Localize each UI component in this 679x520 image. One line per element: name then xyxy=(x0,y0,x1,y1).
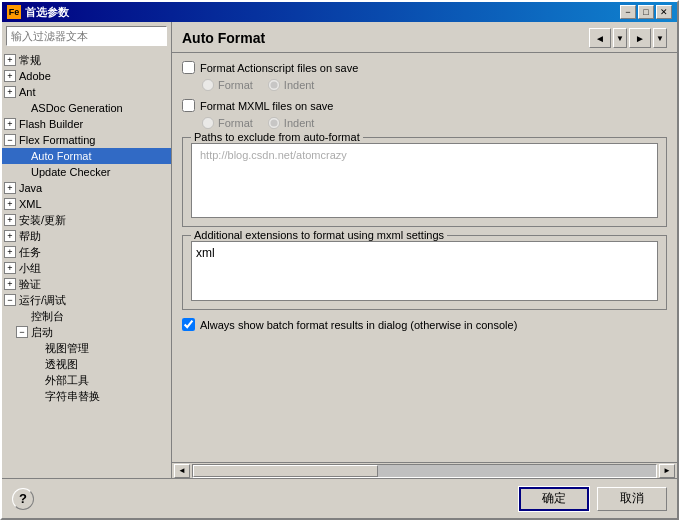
radio-indent-2-label: Indent xyxy=(284,117,315,129)
group-box-paths: Paths to exclude from auto-format http:/… xyxy=(182,137,667,227)
back-button[interactable]: ◄ xyxy=(589,28,611,48)
checkbox-format-as-label: Format Actionscript files on save xyxy=(200,62,358,74)
checkbox-row-3: Always show batch format results in dial… xyxy=(182,318,667,331)
expand-icon: + xyxy=(4,230,16,242)
footer-buttons: 确定 取消 xyxy=(519,487,667,511)
paths-textarea-container: http://blog.csdn.net/atomcrazy xyxy=(191,143,658,218)
footer-left: ? xyxy=(12,488,34,510)
radio-format-1-label: Format xyxy=(218,79,253,91)
tree-item-flashbuilder[interactable]: + Flash Builder xyxy=(2,116,171,132)
radio-indent-1[interactable] xyxy=(268,79,280,91)
radio-indent-1-label: Indent xyxy=(284,79,315,91)
tree-item-team[interactable]: + 小组 xyxy=(2,260,171,276)
checkbox-batch-format-label: Always show batch format results in dial… xyxy=(200,319,517,331)
help-button[interactable]: ? xyxy=(12,488,34,510)
tree-item-perspective[interactable]: 透视图 xyxy=(2,356,171,372)
checkbox-format-as[interactable] xyxy=(182,61,195,74)
tree-item-label: 帮助 xyxy=(19,229,41,244)
tree-item-label: ASDoc Generation xyxy=(31,102,123,114)
nav-buttons: ◄ ▼ ► ▼ xyxy=(589,28,667,48)
tree-item-updatechecker[interactable]: Update Checker xyxy=(2,164,171,180)
tree-item-label: Adobe xyxy=(19,70,51,82)
tree-item-label: 任务 xyxy=(19,245,41,260)
expand-icon: + xyxy=(4,262,16,274)
tree-item-label: XML xyxy=(19,198,42,210)
extensions-textarea-container: xml xyxy=(191,241,658,301)
radio-option-format2: Format xyxy=(202,117,253,129)
h-scroll-thumb[interactable] xyxy=(193,465,378,477)
tree-item-install[interactable]: + 安装/更新 xyxy=(2,212,171,228)
footer: ? 确定 取消 xyxy=(2,478,677,518)
panel-title: Auto Format xyxy=(182,30,265,46)
radio-option-format1: Format xyxy=(202,79,253,91)
expand-icon: + xyxy=(4,278,16,290)
tree-item-label: Ant xyxy=(19,86,36,98)
extensions-content: xml xyxy=(196,246,215,260)
tree-item-java[interactable]: + Java xyxy=(2,180,171,196)
checkbox-format-mxml-label: Format MXML files on save xyxy=(200,100,333,112)
tree-item-rundebug[interactable]: − 运行/调试 xyxy=(2,292,171,308)
tree-item-changui[interactable]: + 常规 xyxy=(2,52,171,68)
main-content: + 常规 + Adobe + Ant ASDoc Generation xyxy=(2,22,677,478)
radio-format-1[interactable] xyxy=(202,79,214,91)
window-title: 首选参数 xyxy=(25,5,69,20)
left-panel: + 常规 + Adobe + Ant ASDoc Generation xyxy=(2,22,172,478)
radio-format-2[interactable] xyxy=(202,117,214,129)
checkbox-format-mxml[interactable] xyxy=(182,99,195,112)
expand-icon: + xyxy=(4,118,16,130)
h-scrollbar: ◄ ► xyxy=(172,462,677,478)
radio-option-indent1: Indent xyxy=(268,79,315,91)
title-bar-left: Fe 首选参数 xyxy=(7,5,69,20)
radio-format-2-label: Format xyxy=(218,117,253,129)
tree-item-launch[interactable]: − 启动 xyxy=(2,324,171,340)
maximize-button[interactable]: □ xyxy=(638,5,654,19)
tree-item-external-tools[interactable]: 外部工具 xyxy=(2,372,171,388)
tree-item-label: 安装/更新 xyxy=(19,213,66,228)
forward-dropdown[interactable]: ▼ xyxy=(653,28,667,48)
tree-item-asdoc[interactable]: ASDoc Generation xyxy=(2,100,171,116)
tree-item-autoformat[interactable]: Auto Format xyxy=(2,148,171,164)
minimize-button[interactable]: − xyxy=(620,5,636,19)
h-scroll-left-btn[interactable]: ◄ xyxy=(174,464,190,478)
tree-area: + 常规 + Adobe + Ant ASDoc Generation xyxy=(2,50,171,478)
tree-item-viewmgr[interactable]: 视图管理 xyxy=(2,340,171,356)
tree-item-tasks[interactable]: + 任务 xyxy=(2,244,171,260)
radio-option-indent2: Indent xyxy=(268,117,315,129)
tree-item-label: Flash Builder xyxy=(19,118,83,130)
confirm-button[interactable]: 确定 xyxy=(519,487,589,511)
tree-item-label: 小组 xyxy=(19,261,41,276)
tree-item-adobe[interactable]: + Adobe xyxy=(2,68,171,84)
cancel-button[interactable]: 取消 xyxy=(597,487,667,511)
tree-item-label: 运行/调试 xyxy=(19,293,66,308)
close-button[interactable]: ✕ xyxy=(656,5,672,19)
radio-group-2: Format Indent xyxy=(202,117,667,129)
tree-item-validate[interactable]: + 验证 xyxy=(2,276,171,292)
tree-item-label: 验证 xyxy=(19,277,41,292)
expand-icon: + xyxy=(4,182,16,194)
tree-item-help[interactable]: + 帮助 xyxy=(2,228,171,244)
h-scroll-right-btn[interactable]: ► xyxy=(659,464,675,478)
tree-item-label: 字符串替换 xyxy=(45,389,100,404)
tree-item-label: 控制台 xyxy=(31,309,64,324)
tree-item-string-replace[interactable]: 字符串替换 xyxy=(2,388,171,404)
tree-item-xml[interactable]: + XML xyxy=(2,196,171,212)
checkbox-batch-format[interactable] xyxy=(182,318,195,331)
checkbox-row-2: Format MXML files on save xyxy=(182,99,667,112)
radio-indent-2[interactable] xyxy=(268,117,280,129)
tree-item-console[interactable]: 控制台 xyxy=(2,308,171,324)
filter-input[interactable] xyxy=(6,26,167,46)
expand-icon: + xyxy=(4,214,16,226)
h-scroll-track[interactable] xyxy=(192,464,657,478)
group-box-paths-title: Paths to exclude from auto-format xyxy=(191,131,363,143)
expand-icon: + xyxy=(4,246,16,258)
expand-icon: + xyxy=(4,54,16,66)
tree-item-label: Auto Format xyxy=(31,150,92,162)
tree-item-flexformatting[interactable]: − Flex Formatting xyxy=(2,132,171,148)
tree-item-ant[interactable]: + Ant xyxy=(2,84,171,100)
tree-item-label: 视图管理 xyxy=(45,341,89,356)
back-dropdown[interactable]: ▼ xyxy=(613,28,627,48)
forward-button[interactable]: ► xyxy=(629,28,651,48)
panel-header: Auto Format ◄ ▼ ► ▼ xyxy=(172,22,677,53)
expand-icon: + xyxy=(4,86,16,98)
expand-icon: − xyxy=(16,326,28,338)
